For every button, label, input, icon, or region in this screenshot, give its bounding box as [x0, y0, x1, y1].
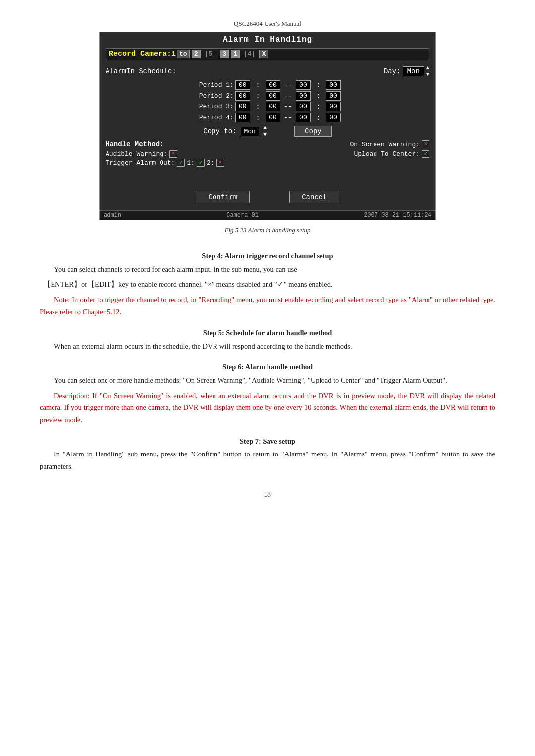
colon-2: :: [312, 81, 324, 89]
copy-row: Copy to: Mon ▲▼ Copy: [106, 124, 429, 138]
record-camera-row: Record Camera:1 to 2 |5| 3 1 |4| X: [106, 48, 429, 60]
copy-to-label: Copy to:: [203, 127, 236, 135]
period-row-2: Period 2: 00 : 00 -- 00 : 00: [106, 91, 429, 101]
day-selector: Day: Mon ▲▼: [384, 64, 429, 78]
dash-2: --: [284, 92, 292, 100]
step4-heading-text: Step 4: Alarm trigger record channel set…: [202, 252, 333, 260]
step7-heading: Step 7: Save setup: [40, 435, 495, 448]
colon-4: :: [312, 92, 324, 100]
upload-label: Upload To Center:: [354, 151, 420, 158]
trigger-label: Trigger Alarm Out:: [106, 159, 175, 167]
period-3-m1[interactable]: 00: [266, 102, 280, 111]
doc-header: QSC26404 User's Manual: [40, 20, 495, 28]
period-2-h1[interactable]: 00: [235, 91, 250, 101]
cam-btn-sep1: |5|: [203, 50, 218, 58]
cancel-button[interactable]: Cancel: [289, 191, 339, 203]
fig-caption: Fig 5.23 Alarm in handling setup: [224, 226, 310, 234]
step6-heading: Step 6: Alarm handle method: [40, 361, 495, 373]
trigger-alarm-row: Trigger Alarm Out: ✓ 1: ✓ 2: ×: [106, 159, 429, 167]
audible-checkbox[interactable]: ×: [169, 150, 177, 158]
step6-desc: Description: If "On Screen Warning" is e…: [40, 390, 495, 426]
colon-7: :: [252, 114, 264, 122]
period-4-h2[interactable]: 00: [296, 113, 311, 122]
colon-8: :: [312, 114, 324, 122]
period-4-m2[interactable]: 00: [326, 113, 341, 122]
period-2-m1[interactable]: 00: [266, 91, 280, 101]
screenshot-box: Alarm In Handling Record Camera:1 to 2 |…: [99, 32, 436, 220]
button-row: Confirm Cancel: [106, 191, 429, 205]
trigger-1-checkbox[interactable]: ✓: [177, 159, 185, 167]
step6-para1: You can select one or more handle method…: [40, 374, 495, 387]
cam-btn-to[interactable]: to: [177, 50, 190, 58]
step4-note: Note: In order to trigger the channel to…: [40, 294, 495, 318]
period-1-h1[interactable]: 00: [235, 80, 250, 90]
period-1-m1[interactable]: 00: [266, 80, 280, 90]
period-3-h2[interactable]: 00: [296, 102, 311, 111]
handle-method-row: Handle Method: On Screen Warning: ×: [106, 140, 429, 148]
trigger-1-label: 1:: [187, 159, 195, 167]
period-1-m2[interactable]: 00: [326, 80, 341, 90]
period-4-m1[interactable]: 00: [266, 113, 280, 122]
period-row-4: Period 4: 00 : 00 -- 00 : 00: [106, 113, 429, 122]
copy-button[interactable]: Copy: [294, 126, 332, 137]
dash-1: --: [284, 81, 292, 89]
copy-arrow[interactable]: ▲▼: [263, 124, 267, 138]
status-bar: admin Camera 01 2007-08-21 15:11:24: [100, 210, 435, 220]
period-4-h1[interactable]: 00: [235, 113, 250, 122]
period-4-label: Period 4:: [194, 114, 234, 121]
dash-4: --: [284, 114, 292, 122]
status-datetime: 2007-08-21 15:11:24: [364, 212, 431, 219]
period-row-3: Period 3: 00 : 00 -- 00 : 00: [106, 102, 429, 111]
status-camera: Camera 01: [226, 212, 259, 219]
audible-warning-label: Audible Warning: ×: [106, 150, 177, 158]
schedule-label: AlarmIn Schedule:: [106, 67, 176, 75]
step7-para1: In "Alarm in Handling" sub menu, press t…: [40, 448, 495, 472]
day-label: Day:: [384, 67, 401, 75]
trigger-2-checkbox[interactable]: ✓: [197, 159, 205, 167]
trigger-2x-checkbox[interactable]: ×: [216, 159, 224, 167]
step5-heading: Step 5: Schedule for alarm handle method: [40, 327, 495, 339]
audible-upload-row: Audible Warning: × Upload To Center: ✓: [106, 150, 429, 158]
colon-1: :: [252, 81, 264, 89]
step6-heading-text: Step 6: Alarm handle method: [222, 363, 313, 371]
step7-heading-text: Step 7: Save setup: [240, 437, 295, 445]
audible-label-text: Audible Warning:: [106, 151, 167, 158]
period-2-label: Period 2:: [194, 92, 234, 100]
period-1-label: Period 1:: [194, 81, 234, 89]
step4-heading: Step 4: Alarm trigger record channel set…: [40, 250, 495, 262]
confirm-button[interactable]: Confirm: [196, 191, 250, 203]
on-screen-checkbox[interactable]: ×: [422, 140, 429, 148]
period-3-h1[interactable]: 00: [235, 102, 250, 111]
cam-btn-1[interactable]: 1: [231, 50, 240, 58]
cam-btn-3[interactable]: 3: [220, 50, 229, 58]
step5-para1: When an external alarm occurs in the sch…: [40, 340, 495, 353]
status-admin: admin: [104, 212, 121, 219]
colon-6: :: [312, 103, 324, 111]
schedule-header: AlarmIn Schedule: Day: Mon ▲▼: [106, 64, 429, 78]
cam-btn-x[interactable]: X: [259, 50, 268, 58]
period-3-label: Period 3:: [194, 103, 234, 110]
dash-3: --: [284, 103, 292, 111]
period-3-m2[interactable]: 00: [326, 102, 341, 111]
doc-title: QSC26404 User's Manual: [234, 20, 301, 27]
period-2-h2[interactable]: 00: [296, 91, 311, 101]
copy-to-value[interactable]: Mon: [241, 127, 259, 136]
cam-btn-sep2: |4|: [242, 50, 257, 58]
period-1-h2[interactable]: 00: [296, 80, 311, 90]
record-camera-label: Record Camera:1: [109, 50, 176, 58]
upload-center-row: Upload To Center: ✓: [354, 150, 429, 158]
doc-body: Step 4: Alarm trigger record channel set…: [40, 241, 495, 476]
upload-checkbox[interactable]: ✓: [422, 150, 429, 158]
cam-btn-2[interactable]: 2: [192, 50, 201, 58]
colon-5: :: [252, 103, 264, 111]
colon-3: :: [252, 92, 264, 100]
page-number: 58: [264, 491, 271, 499]
day-up-arrow[interactable]: ▲▼: [426, 64, 429, 78]
periods-container: Period 1: 00 : 00 -- 00 : 00 Period 2: 0…: [106, 80, 429, 122]
period-2-m2[interactable]: 00: [326, 91, 341, 101]
step5-heading-text: Step 5: Schedule for alarm handle method: [203, 329, 332, 337]
step4-para1: You can select channels to record for ea…: [40, 263, 495, 276]
day-value[interactable]: Mon: [403, 66, 424, 76]
step4-para2: 【ENTER】or【EDIT】key to enable record chan…: [40, 278, 495, 291]
on-screen-label: On Screen Warning:: [350, 141, 420, 148]
